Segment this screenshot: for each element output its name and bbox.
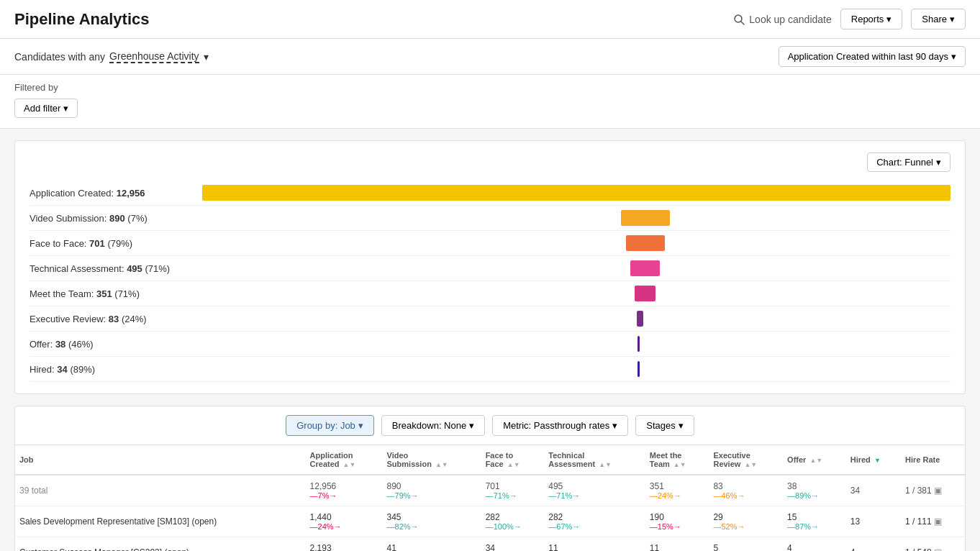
table-cell: 15 —87%→	[783, 506, 846, 537]
funnel-row: Video Submission: 890 (7%)	[30, 206, 950, 231]
col-app-created[interactable]: ApplicationCreated ▲▼	[306, 445, 383, 475]
table-cell: 2,193 —2%→	[306, 537, 383, 552]
chevron-down-icon: ▾	[63, 103, 68, 114]
funnel-bar	[202, 185, 950, 201]
candidates-prefix: Candidates with any	[14, 51, 105, 63]
chevron-down-icon: ▾	[951, 51, 956, 62]
job-name: Sales Development Representative [SM103]…	[15, 506, 306, 537]
table-controls: Group by: Job ▾ Breakdown: None ▾ Metric…	[15, 406, 965, 445]
table-header-row: Job ApplicationCreated ▲▼ VideoSubmissio…	[15, 445, 965, 475]
chevron-down-icon: ▾	[358, 420, 363, 431]
activity-dropdown[interactable]: Greenhouse Activity	[109, 50, 199, 63]
funnel-bar-container	[202, 260, 950, 277]
funnel-row-label: Hired: 34 (89%)	[30, 364, 202, 375]
chart-card: Chart: Funnel ▾ Application Created: 12,…	[14, 140, 966, 394]
metric-button[interactable]: Metric: Passthrough rates ▾	[492, 415, 628, 436]
table-cell: 282 —100%→	[481, 506, 545, 537]
funnel-row: Executive Review: 83 (24%)	[30, 306, 950, 332]
job-name: Customer Success Manager [CS202] (open)	[15, 537, 306, 552]
page-title: Pipeline Analytics	[14, 10, 149, 29]
table-cell: 83 —46%→	[709, 475, 783, 506]
filter-label: Filtered by	[14, 82, 966, 93]
table-cell: 701 —71%→	[481, 475, 545, 506]
funnel-bar	[638, 361, 640, 377]
chevron-down-icon: ▾	[612, 420, 617, 431]
total-row: 39 total 12,956 —7%→ 890 —79%→ 701 —71%→…	[15, 475, 965, 506]
table-cell: 282 —67%→	[544, 506, 645, 537]
col-tech[interactable]: TechnicalAssessment ▲▼	[544, 445, 645, 475]
chevron-down-icon: ▾	[469, 420, 474, 431]
table-cell: 34 —32%→	[481, 537, 545, 552]
chevron-down-icon: ▾	[886, 14, 891, 24]
table-cell: 34	[846, 475, 901, 506]
table-cell: 4	[846, 537, 901, 552]
breakdown-button[interactable]: Breakdown: None ▾	[381, 415, 485, 436]
funnel-row: Application Created: 12,956	[30, 181, 950, 206]
funnel-row: Hired: 34 (89%)	[30, 357, 950, 382]
funnel-row: Offer: 38 (46%)	[30, 332, 950, 357]
calculator-icon[interactable]: ▣	[934, 516, 942, 527]
table-cell: 29 —52%→	[709, 506, 783, 537]
table-cell: 890 —79%→	[383, 475, 481, 506]
reports-button[interactable]: Reports ▾	[840, 9, 903, 29]
table-cell: 13	[846, 506, 901, 537]
funnel-row: Technical Assessment: 495 (71%)	[30, 256, 950, 281]
filter-bar: Filtered by Add filter ▾	[0, 75, 980, 129]
table-cell: 11 —100%→	[544, 537, 645, 552]
funnel-row-label: Executive Review: 83 (24%)	[30, 314, 202, 324]
table-cell: 5 —80%→	[709, 537, 783, 552]
chevron-down-icon: ▾	[679, 420, 684, 431]
lookup-candidate-button[interactable]: Look up candidate	[733, 14, 831, 25]
funnel-bar-container	[202, 184, 950, 201]
funnel-bar	[630, 260, 661, 276]
funnel-row-label: Technical Assessment: 495 (71%)	[30, 263, 202, 274]
funnel-bar	[621, 210, 670, 226]
total-label: 39 total	[15, 475, 306, 506]
date-filter-button[interactable]: Application Created within last 90 days …	[779, 46, 966, 67]
stages-button[interactable]: Stages ▾	[635, 415, 694, 436]
calculator-icon[interactable]: ▣	[934, 486, 942, 496]
page-header: Pipeline Analytics Look up candidate Rep…	[0, 0, 980, 39]
col-offer[interactable]: Offer ▲▼	[783, 445, 846, 475]
dropdown-arrow[interactable]: ▾	[204, 51, 209, 63]
main-content: Chart: Funnel ▾ Application Created: 12,…	[0, 129, 980, 551]
table-cell: 1 / 381 ▣	[901, 475, 965, 506]
lookup-label: Look up candidate	[749, 14, 831, 25]
col-hired[interactable]: Hired ▼	[846, 445, 901, 475]
table-cell: 11 —45%→	[645, 537, 709, 552]
funnel-bar-container	[202, 234, 950, 252]
funnel-bar-container	[202, 285, 950, 302]
funnel-bar-container	[202, 335, 950, 352]
funnel-row-label: Meet the Team: 351 (71%)	[30, 288, 202, 299]
funnel-chart: Application Created: 12,956Video Submiss…	[30, 181, 950, 382]
funnel-bar	[638, 336, 640, 352]
col-exec[interactable]: ExecutiveReview ▲▼	[709, 445, 783, 475]
table-card: Group by: Job ▾ Breakdown: None ▾ Metric…	[14, 406, 966, 551]
pipeline-table: Job ApplicationCreated ▲▼ VideoSubmissio…	[15, 445, 965, 551]
funnel-bar-container	[202, 209, 950, 227]
col-video[interactable]: VideoSubmission ▲▼	[383, 445, 481, 475]
col-job: Job	[15, 445, 306, 475]
col-meet[interactable]: Meet theTeam ▲▼	[645, 445, 709, 475]
chart-type-button[interactable]: Chart: Funnel ▾	[867, 152, 950, 172]
calculator-icon[interactable]: ▣	[934, 547, 942, 551]
table-row: Sales Development Representative [SM103]…	[15, 506, 965, 537]
table-cell: 495 —71%→	[544, 475, 645, 506]
group-by-button[interactable]: Group by: Job ▾	[286, 415, 374, 436]
table-row: Customer Success Manager [CS202] (open) …	[15, 537, 965, 552]
header-actions: Look up candidate Reports ▾ Share ▾	[733, 9, 966, 29]
funnel-row-label: Face to Face: 701 (79%)	[30, 238, 202, 249]
add-filter-button[interactable]: Add filter ▾	[14, 99, 78, 118]
funnel-bar	[637, 311, 643, 327]
table-cell: 1,440 —24%→	[306, 506, 383, 537]
table-cell: 345 —82%→	[383, 506, 481, 537]
table-cell: 1 / 548 ▣	[901, 537, 965, 552]
col-face[interactable]: Face toFace ▲▼	[481, 445, 545, 475]
table-cell: 4 —100%→	[783, 537, 846, 552]
funnel-bar	[635, 286, 655, 301]
col-hire-rate: Hire Rate	[901, 445, 965, 475]
share-button[interactable]: Share ▾	[911, 9, 966, 29]
funnel-bar	[626, 235, 665, 251]
table-cell: 41 —83%→	[383, 537, 481, 552]
chart-header: Chart: Funnel ▾	[30, 152, 950, 172]
